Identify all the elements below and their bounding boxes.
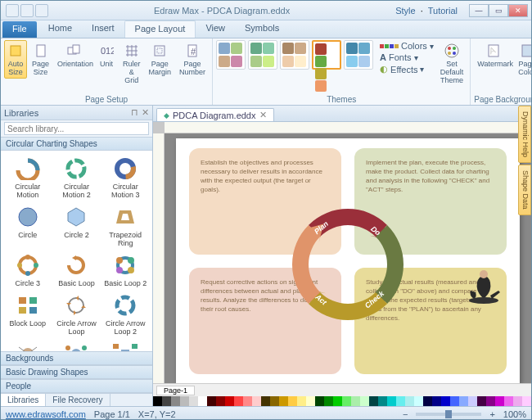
shape-block-loop[interactable]: Block Loop — [4, 291, 52, 337]
document-tab[interactable]: ◆PDCA Diagram.eddx✕ — [156, 108, 274, 121]
color-swatch[interactable] — [468, 396, 477, 406]
tab-insert[interactable]: Insert — [82, 20, 124, 38]
pdca-cycle[interactable]: Plan Do Check Act — [286, 202, 410, 327]
libraries-close-icon[interactable]: ✕ — [142, 107, 149, 118]
minimize-button[interactable]: — — [469, 4, 489, 17]
side-tab-help[interactable]: Dynamic Help — [518, 106, 531, 163]
style-link[interactable]: Style — [395, 6, 415, 16]
color-swatch[interactable] — [225, 396, 234, 406]
section-basic[interactable]: Basic Drawing Shapes — [1, 365, 152, 379]
color-swatch[interactable] — [288, 396, 297, 406]
color-swatch[interactable] — [351, 396, 360, 406]
color-swatch[interactable] — [198, 396, 207, 406]
zoom-in-button[interactable]: + — [489, 409, 494, 419]
color-swatch[interactable] — [153, 396, 162, 406]
pagecolor-button[interactable]: Page Color — [515, 40, 532, 79]
color-swatch[interactable] — [432, 396, 441, 406]
color-swatch[interactable] — [243, 396, 252, 406]
theme-effects[interactable]: ◐Effects ▾ — [378, 63, 435, 75]
lp-tab-recovery[interactable]: File Recovery — [46, 394, 110, 406]
color-swatch[interactable] — [441, 396, 450, 406]
tab-page-layout[interactable]: Page Layout — [124, 20, 196, 38]
tab-home[interactable]: Home — [38, 20, 82, 38]
tab-symbols[interactable]: Symbols — [235, 20, 289, 38]
color-swatch[interactable] — [459, 396, 468, 406]
color-swatch[interactable] — [297, 396, 306, 406]
color-swatch[interactable] — [504, 396, 513, 406]
page-tab-1[interactable]: Page-1 — [156, 386, 195, 395]
color-swatch[interactable] — [369, 396, 378, 406]
color-swatch[interactable] — [252, 396, 261, 406]
color-swatch[interactable] — [414, 396, 423, 406]
zoom-slider[interactable] — [416, 413, 481, 416]
color-swatch[interactable] — [162, 396, 171, 406]
autosize-button[interactable]: Auto Size — [4, 40, 27, 79]
theme-4[interactable] — [312, 40, 341, 70]
color-swatch[interactable] — [495, 396, 504, 406]
shape-basic-loop[interactable]: Basic Loop — [53, 251, 101, 289]
section-people[interactable]: People — [1, 379, 152, 393]
qat-save[interactable] — [6, 4, 19, 17]
color-swatch[interactable] — [360, 396, 369, 406]
color-swatch[interactable] — [207, 396, 216, 406]
orientation-button[interactable]: Orientation — [54, 40, 93, 70]
watermark-button[interactable]: AWatermark — [474, 40, 513, 70]
color-swatch[interactable] — [387, 396, 396, 406]
tab-file[interactable]: File — [2, 21, 37, 38]
theme-1[interactable] — [216, 40, 246, 70]
color-swatch[interactable] — [486, 396, 495, 406]
page-number-button[interactable]: #Page Number — [176, 40, 209, 79]
person-clipart[interactable] — [459, 266, 503, 305]
shape-circular-motion-3[interactable]: Circular Motion 3 — [101, 154, 149, 201]
color-swatch[interactable] — [261, 396, 270, 406]
side-tab-shape-data[interactable]: Shape Data — [518, 165, 531, 215]
qat-undo[interactable] — [20, 4, 34, 17]
color-swatch[interactable] — [396, 396, 405, 406]
library-search-input[interactable] — [4, 122, 149, 135]
ruler-grid-button[interactable]: Ruler & Grid — [119, 40, 144, 87]
color-swatch[interactable] — [180, 396, 189, 406]
qat-redo[interactable] — [35, 4, 48, 17]
section-circular[interactable]: Circular Charting Shapes — [1, 137, 152, 151]
shape-divergent-blocks[interactable]: Divergent Blocks — [101, 339, 149, 351]
close-button[interactable]: ✕ — [508, 4, 528, 17]
maximize-button[interactable]: ▭ — [489, 4, 508, 17]
set-default-theme[interactable]: Set Default Theme — [437, 40, 467, 87]
color-swatch[interactable] — [171, 396, 180, 406]
color-swatch[interactable] — [189, 396, 198, 406]
color-swatch[interactable] — [477, 396, 486, 406]
color-swatch[interactable] — [378, 396, 387, 406]
doc-tab-close-icon[interactable]: ✕ — [259, 110, 267, 120]
color-swatch[interactable] — [423, 396, 432, 406]
theme-fonts[interactable]: AFonts ▾ — [378, 52, 435, 63]
color-swatch[interactable] — [342, 396, 351, 406]
shape-circle-2[interactable]: Circle 2 — [53, 202, 101, 249]
shape-divergent-circle[interactable]: Divergent Circle — [4, 339, 52, 351]
theme-2[interactable] — [248, 40, 277, 70]
lp-tab-libraries[interactable]: Libraries — [1, 394, 46, 406]
shape-basic-loop-2[interactable]: Basic Loop 2 — [101, 251, 149, 289]
color-swatch[interactable] — [333, 396, 342, 406]
color-swatch[interactable] — [405, 396, 414, 406]
theme-5[interactable] — [344, 40, 373, 70]
color-swatch[interactable] — [522, 396, 531, 406]
unit-button[interactable]: 012Unit — [95, 40, 118, 70]
color-palette-strip[interactable] — [153, 396, 531, 406]
margin-button[interactable]: Page Margin — [146, 40, 175, 79]
color-swatch[interactable] — [324, 396, 333, 406]
color-swatch[interactable] — [513, 396, 522, 406]
tutorial-link[interactable]: Tutorial — [428, 6, 458, 16]
color-swatch[interactable] — [306, 396, 315, 406]
shape-divergent-circle-2[interactable]: Divergent Circle 2 — [53, 339, 101, 351]
theme-colors[interactable]: Colors ▾ — [378, 40, 435, 52]
theme-gallery[interactable] — [216, 40, 373, 70]
color-swatch[interactable] — [234, 396, 243, 406]
theme-3[interactable] — [280, 40, 309, 70]
page-canvas[interactable]: Establish the objectives and processes n… — [176, 138, 520, 383]
status-link[interactable]: www.edrawsoft.com — [6, 409, 86, 419]
zoom-out-button[interactable]: − — [403, 409, 408, 419]
pagesize-button[interactable]: Page Size — [29, 40, 52, 79]
shape-circle-arrow-loop-2[interactable]: Circle Arrow Loop 2 — [101, 291, 149, 337]
shape-trapezoid-ring[interactable]: Trapezoid Ring — [101, 202, 149, 249]
shape-circle-3[interactable]: Circle 3 — [4, 251, 52, 289]
